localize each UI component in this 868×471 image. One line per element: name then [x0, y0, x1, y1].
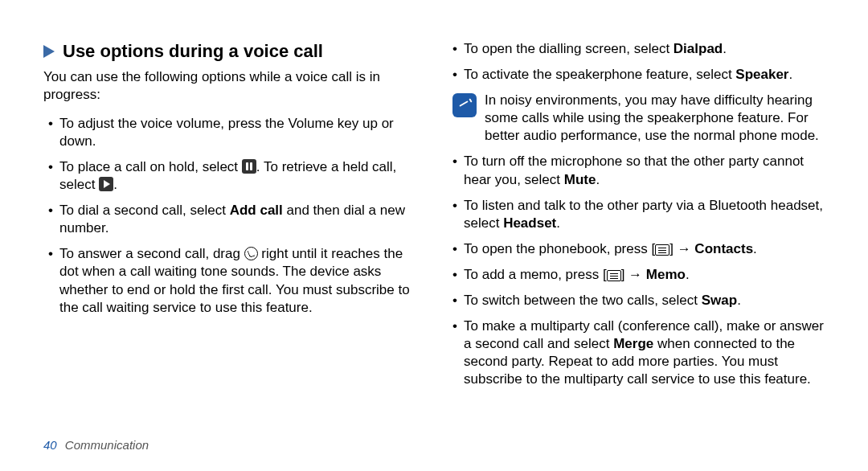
page-columns: Use options during a voice call You can … [43, 40, 828, 397]
note-text: In noisy environments, you may have diff… [485, 92, 828, 145]
note-icon [452, 93, 477, 117]
list-item: To add a memo, press [] → Memo. [448, 266, 828, 284]
section-name: Communication [65, 438, 149, 452]
menu-key-icon [607, 270, 621, 281]
play-icon [99, 177, 113, 191]
right-bullet-list-top: To open the dialling screen, select Dial… [448, 40, 828, 84]
pause-icon [242, 159, 256, 174]
right-bullet-list-bottom: To turn off the microphone so that the o… [448, 153, 828, 388]
call-drag-icon [244, 247, 258, 260]
list-item: To adjust the voice volume, press the Vo… [43, 115, 424, 150]
list-item: To turn off the microphone so that the o… [448, 153, 828, 188]
list-item: To listen and talk to the other party vi… [448, 197, 828, 232]
list-item: To switch between the two calls, select … [448, 292, 828, 309]
list-item: To place a call on hold, select . To ret… [43, 158, 424, 194]
list-item: To activate the speakerphone feature, se… [448, 66, 828, 84]
page-footer: 40 Communication [43, 438, 149, 452]
menu-key-icon [655, 244, 669, 256]
intro-text: You can use the following options while … [43, 68, 424, 104]
chevron-right-icon [43, 45, 55, 58]
section-heading: Use options during a voice call [43, 40, 424, 63]
heading-text: Use options during a voice call [63, 40, 323, 63]
list-item: To make a multiparty call (conference ca… [448, 317, 828, 388]
list-item: To open the dialling screen, select Dial… [448, 40, 828, 58]
right-column: To open the dialling screen, select Dial… [448, 40, 828, 397]
note-callout: In noisy environments, you may have diff… [448, 92, 828, 145]
page-number: 40 [43, 438, 57, 452]
list-item: To dial a second call, select Add call a… [43, 202, 424, 237]
list-item: To open the phonebook, press [] → Contac… [448, 240, 828, 258]
list-item: To answer a second call, drag right unti… [43, 245, 424, 316]
left-bullet-list: To adjust the voice volume, press the Vo… [43, 115, 424, 317]
left-column: Use options during a voice call You can … [43, 40, 424, 397]
